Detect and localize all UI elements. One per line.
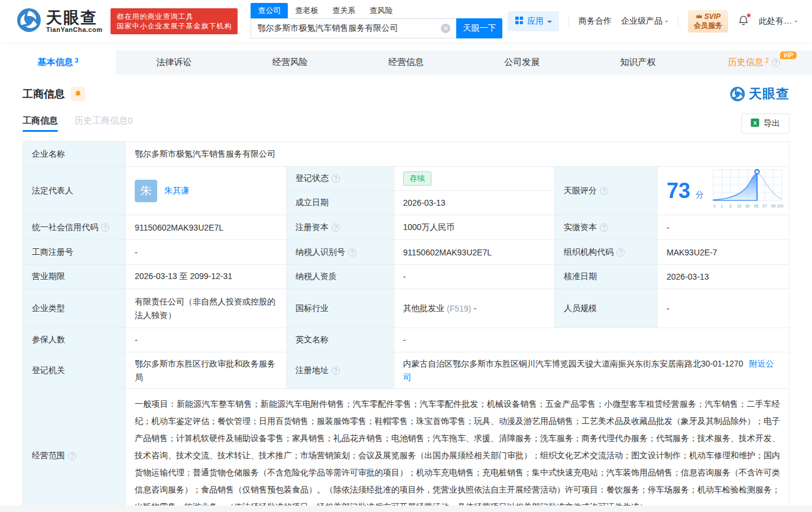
score-value: 73 [667, 180, 690, 202]
search-tab-risk[interactable]: 查风险 [362, 3, 399, 18]
export-button[interactable]: X 导出 [741, 114, 790, 134]
help-icon[interactable] [101, 223, 109, 232]
help-icon[interactable] [332, 223, 340, 232]
field-label-reg-address: 注册地址 [287, 352, 394, 389]
section-title: 工商信息 [22, 87, 65, 101]
help-icon[interactable] [348, 248, 356, 257]
crown-icon [696, 12, 703, 21]
score-distribution-chart: 0 1 3 15 50 85 97 99 100 [712, 168, 784, 213]
tab-label: 法律诉讼 [156, 57, 191, 68]
field-label-paid-capital: 实缴资本 [555, 215, 658, 240]
field-label-reg-status: 登记状态 [287, 167, 394, 191]
search-area: 查公司 查老板 查关系 查风险 ✕ 天眼一下 [251, 4, 502, 38]
tianyancha-logo-icon [17, 8, 41, 35]
tab-label: 知识产权 [621, 57, 656, 68]
svg-text:100: 100 [777, 204, 784, 208]
field-label-credit-code: 统一社会信用代码 [23, 215, 126, 240]
svg-text:0: 0 [713, 204, 716, 208]
subtab-history-business-info[interactable]: 历史工商信息0 [74, 115, 132, 132]
avatar[interactable]: 朱 [135, 180, 157, 202]
field-label-insured-count: 参保人数 [23, 328, 126, 352]
apps-label: 应用 [527, 16, 544, 27]
status-badge: 存续 [403, 171, 431, 186]
search-input[interactable] [251, 18, 456, 38]
divider [678, 16, 678, 27]
field-label-company-type: 企业类型 [23, 289, 126, 328]
field-value-approval-date: 2026-03-13 [658, 265, 789, 289]
chevron-down-icon[interactable] [473, 308, 477, 312]
tab-label: 经营信息 [388, 57, 424, 68]
tab-intellectual-property[interactable]: 知识产权 [580, 50, 696, 74]
field-value-reg-status: 存续 [394, 167, 555, 191]
field-value-established: 2026-03-13 [394, 191, 555, 215]
help-icon[interactable] [332, 174, 340, 183]
search-button[interactable]: 天眼一下 [456, 18, 502, 38]
field-value-reg-number: - [126, 240, 287, 265]
svg-text:1: 1 [721, 204, 723, 208]
svip-badge[interactable]: SVIP 会员服务 [688, 10, 728, 33]
field-label-taxpayer-quality: 纳税人资质 [287, 265, 394, 289]
help-icon[interactable] [68, 452, 76, 460]
industry-code: (F519) [447, 304, 471, 313]
enterprise-products-link[interactable]: 企业级产品 [621, 16, 668, 27]
field-value-legal-rep: 朱 朱其谦 [126, 167, 287, 215]
help-icon[interactable] [772, 59, 780, 67]
field-label-english-name: 英文名称 [287, 328, 394, 352]
grid-icon [515, 16, 524, 27]
account-menu[interactable]: 此处有… [759, 16, 798, 27]
field-value-reg-authority: 鄂尔多斯市东胜区行政审批和政务服务局 [126, 352, 287, 389]
field-value-business-scope: 一般项目：新能源汽车整车销售；新能源汽车电附件销售；汽车零配件零售；汽车零配件批… [126, 389, 789, 512]
tab-operating-info[interactable]: 经营信息 [348, 50, 464, 74]
help-icon[interactable] [332, 367, 340, 375]
notification-bell-icon[interactable] [738, 15, 749, 28]
watermark-text: 天眼查 [749, 85, 790, 103]
help-icon[interactable] [600, 223, 608, 232]
field-label-business-term: 营业期限 [23, 265, 126, 289]
field-label-business-scope: 经营范围 [23, 389, 126, 512]
tab-company-development[interactable]: 公司发展 [464, 50, 580, 74]
field-value-insured-count: - [126, 328, 287, 352]
field-label-established: 成立日期 [287, 191, 394, 215]
business-info-table: 企业名称 鄂尔多斯市极氪汽车销售服务有限公司 法定代表人 朱 朱其谦 登记状态 … [22, 141, 790, 512]
svg-text:97: 97 [762, 204, 767, 208]
header: 天眼查 TianYanCha.com 都在用的商业查询工具 国家中小企业发展子基… [0, 0, 812, 43]
field-value-score[interactable]: 73 分 [658, 167, 789, 215]
help-icon[interactable] [600, 187, 608, 195]
field-label-org-code: 组织机构代码 [555, 240, 658, 265]
help-icon[interactable] [616, 248, 625, 257]
business-coop-link[interactable]: 商务合作 [579, 16, 612, 27]
field-label-industry: 国标行业 [287, 289, 394, 328]
company-tabs: 基本信息 3 法律诉讼 经营风险 经营信息 公司发展 知识产权 VIP 历史信息… [0, 50, 812, 74]
field-label-company-name: 企业名称 [23, 142, 126, 167]
tab-basic-info[interactable]: 基本信息 3 [0, 50, 116, 74]
chevron-down-icon [794, 21, 798, 24]
field-value-industry: 其他批发业 (F519) [394, 289, 555, 328]
brand-name: 天眼查 [46, 9, 102, 26]
svg-text:99: 99 [771, 204, 776, 208]
subtab-business-info[interactable]: 工商信息 [22, 115, 58, 132]
tab-history-info[interactable]: VIP 历史信息 2 [696, 50, 812, 74]
divider [569, 16, 569, 27]
field-value-staff-size: - [658, 289, 789, 328]
svg-text:X: X [753, 120, 757, 126]
subscribe-bell-icon[interactable] [71, 87, 85, 101]
brand-logo[interactable]: 天眼查 TianYanCha.com [17, 8, 102, 35]
search-tab-boss[interactable]: 查老板 [288, 3, 325, 18]
tab-operating-risk[interactable]: 经营风险 [232, 50, 348, 74]
svip-title: SVIP [704, 12, 720, 21]
svip-subtitle: 会员服务 [694, 21, 722, 30]
apps-menu[interactable]: 应用 [508, 11, 559, 31]
business-info-card: 工商信息 天眼查 工商信息 历史工商信息0 [0, 85, 812, 512]
account-label: 此处有… [759, 16, 792, 27]
field-label-staff-size: 人员规模 [555, 289, 658, 328]
svg-text:85: 85 [754, 204, 759, 208]
search-tab-relation[interactable]: 查关系 [325, 3, 362, 18]
field-value-english-name: - [394, 328, 789, 352]
search-tab-company[interactable]: 查公司 [251, 3, 288, 18]
svg-text:50: 50 [745, 204, 750, 208]
legal-rep-link[interactable]: 朱其谦 [164, 186, 189, 196]
tab-legal[interactable]: 法律诉讼 [116, 50, 232, 74]
field-value-reg-capital: 1000万人民币 [394, 215, 555, 240]
enterprise-products-label: 企业级产品 [621, 16, 662, 27]
footer-strip [0, 505, 812, 512]
